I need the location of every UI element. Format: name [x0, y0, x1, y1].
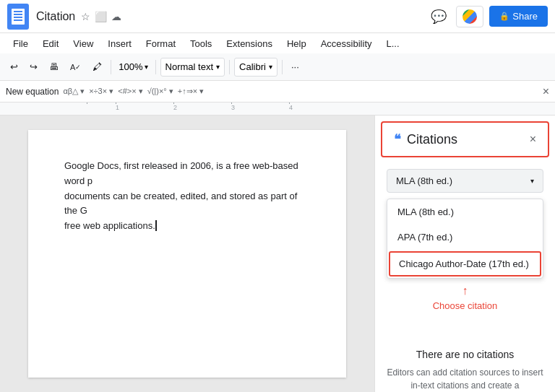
- menu-accessibility[interactable]: Accessibility: [315, 37, 378, 51]
- option-chicago[interactable]: Chicago Author-Date (17th ed.): [389, 251, 541, 276]
- toolbar: ↩ ↪ 🖶 A✓ 🖍 100% ▾ Normal text ▾ Calibri …: [0, 53, 555, 81]
- menu-view[interactable]: View: [67, 37, 99, 51]
- choose-citation-label[interactable]: Choose citation: [387, 300, 543, 311]
- equation-label: New equation: [6, 87, 59, 97]
- document-title: Citation: [36, 10, 75, 23]
- toolbar-divider-1: [111, 60, 111, 74]
- option-apa[interactable]: APA (7th ed.): [387, 225, 543, 250]
- zoom-selector[interactable]: 100% ▾: [116, 60, 150, 74]
- spellcheck-button[interactable]: A✓: [66, 60, 85, 74]
- top-bar: Citation ☆ ⬜ ☁ 💬 Share: [0, 0, 555, 33]
- toolbar-divider-4: [282, 60, 283, 74]
- document-content: Google Docs, first released in 2006, is …: [64, 159, 310, 234]
- no-citations-section: There are no citations Editors can add c…: [375, 331, 555, 392]
- app-icon[interactable]: [7, 4, 29, 30]
- citations-panel: ❝ Citations × MLA (8th ed.) ▾ MLA (8th e…: [374, 116, 555, 392]
- menu-tools[interactable]: Tools: [184, 37, 218, 51]
- option-mla[interactable]: MLA (8th ed.): [387, 199, 543, 225]
- main-area: Google Docs, first released in 2006, is …: [0, 116, 555, 392]
- eq-symbols-4[interactable]: √(|)×° ▾: [147, 87, 173, 96]
- panel-title: Citations: [407, 132, 524, 147]
- citation-style-options: MLA (8th ed.) APA (7th ed.) Chicago Auth…: [387, 199, 543, 279]
- style-selector[interactable]: Normal text ▾: [160, 58, 225, 77]
- grid-icon[interactable]: ⬜: [95, 11, 107, 22]
- title-icons: ☆ ⬜ ☁: [81, 11, 121, 22]
- menu-extra[interactable]: L...: [381, 37, 405, 51]
- no-citations-description: Editors can add citation sources to inse…: [387, 366, 543, 392]
- quote-icon: ❝: [394, 131, 401, 147]
- menu-help[interactable]: Help: [281, 37, 312, 51]
- selected-style-label: MLA (8th ed.): [396, 175, 452, 186]
- paint-format-button[interactable]: 🖍: [88, 58, 106, 75]
- star-icon[interactable]: ☆: [81, 11, 90, 22]
- document-page[interactable]: Google Docs, first released in 2006, is …: [28, 130, 346, 378]
- style-chevron-icon: ▾: [216, 63, 220, 71]
- meet-button[interactable]: [456, 6, 483, 27]
- menu-file[interactable]: File: [7, 37, 34, 51]
- panel-header: ❝ Citations ×: [381, 121, 549, 157]
- cloud-icon[interactable]: ☁: [111, 11, 121, 22]
- menu-format[interactable]: Format: [140, 37, 181, 51]
- equation-close-button[interactable]: ×: [543, 85, 549, 98]
- redo-button[interactable]: ↪: [25, 58, 42, 75]
- undo-button[interactable]: ↩: [6, 58, 22, 75]
- eq-symbols-3[interactable]: <#>× ▾: [118, 87, 142, 96]
- toolbar-divider-2: [155, 60, 156, 74]
- citation-style-dropdown[interactable]: MLA (8th ed.) ▾: [387, 169, 543, 193]
- comments-button[interactable]: 💬: [427, 5, 450, 28]
- more-options-button[interactable]: ···: [287, 58, 304, 75]
- share-button[interactable]: Share: [489, 6, 548, 27]
- choose-citation-arrow: ↑: [375, 284, 555, 297]
- document-area: Google Docs, first released in 2006, is …: [0, 116, 374, 392]
- menu-edit[interactable]: Edit: [37, 37, 64, 51]
- zoom-chevron-icon: ▾: [145, 63, 148, 71]
- toolbar-divider-3: [229, 60, 230, 74]
- menu-insert[interactable]: Insert: [102, 37, 137, 51]
- eq-symbols-2[interactable]: ×÷3× ▾: [89, 87, 113, 96]
- panel-close-button[interactable]: ×: [530, 133, 536, 146]
- eq-symbols-5[interactable]: +↑⇒× ▾: [178, 87, 204, 96]
- eq-symbols-1[interactable]: αβ△ ▾: [63, 87, 85, 96]
- font-selector[interactable]: Calibri ▾: [234, 58, 278, 77]
- no-citations-title: There are no citations: [387, 349, 543, 360]
- dropdown-chevron-icon: ▾: [530, 177, 534, 185]
- top-right-actions: 💬 Share: [427, 5, 548, 28]
- menu-extensions[interactable]: Extensions: [220, 37, 278, 51]
- equation-bar: New equation αβ△ ▾ ×÷3× ▾ <#>× ▾ √(|)×° …: [0, 81, 555, 103]
- menu-bar: File Edit View Insert Format Tools Exten…: [0, 33, 555, 53]
- ruler: 1 2 3 4: [0, 103, 555, 116]
- print-button[interactable]: 🖶: [45, 58, 63, 75]
- meet-icon: [462, 9, 477, 24]
- font-chevron-icon: ▾: [269, 63, 272, 71]
